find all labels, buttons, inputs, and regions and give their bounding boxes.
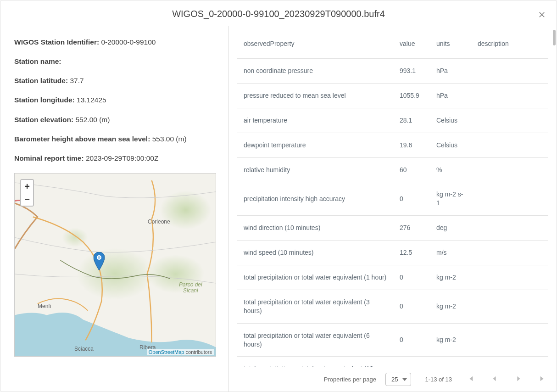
cell-prop: precipitation intensity high accuracy [237, 182, 393, 216]
zoom-control: + − [20, 179, 34, 207]
properties-table: observedProperty value units description… [237, 26, 548, 367]
table-row: precipitation intensity high accuracy0kg… [237, 182, 548, 216]
cell-prop: pressure reduced to mean sea level [237, 83, 393, 108]
chevron-right-icon [515, 375, 522, 382]
table-row: total precipitation or total water equiv… [237, 323, 548, 357]
map-label-parco-line2: Sicani [183, 287, 198, 294]
cell-desc [471, 290, 548, 323]
cell-value: 0 [393, 357, 430, 367]
meta-row: Barometer height above mean sea level: 5… [14, 134, 215, 144]
meta-row: Station latitude: 37.7 [14, 76, 215, 85]
cell-prop: air temperature [237, 108, 393, 133]
dialog-header: WIGOS_0-20000-0-99100_20230929T090000.bu… [0, 0, 557, 26]
table-row: non coordinate pressure993.1hPa [237, 59, 548, 84]
chevron-down-icon [402, 378, 407, 381]
cell-units: deg [430, 216, 471, 241]
attribution-suffix: contributors [184, 349, 212, 355]
meta-value: 2023-09-29T09:00:00Z [84, 154, 159, 162]
meta-row: Station name: [14, 57, 215, 66]
cell-units: Celsius [430, 133, 471, 157]
osm-link[interactable]: OpenStreetMap [149, 349, 184, 355]
left-panel: WIGOS Station Identifier: 0-20000-0-9910… [0, 26, 229, 392]
table-row: total precipitation or total water equiv… [237, 290, 548, 323]
cell-prop: relative humidity [237, 157, 393, 182]
dialog: WIGOS_0-20000-0-99100_20230929T090000.bu… [0, 0, 557, 392]
cell-desc [471, 357, 548, 367]
map-label-parco-line1: Parco dei [179, 281, 202, 288]
cell-prop: total precipitation or total water equiv… [237, 323, 393, 357]
meta-label: Nominal report time: [14, 154, 84, 162]
cell-prop: wind direction (10 minutes) [237, 216, 393, 241]
map[interactable]: Corleone Menfi Sciacca Ribera Parco dei … [14, 173, 216, 357]
col-header-value: value [393, 26, 430, 59]
table-row: total precipitation or total water equiv… [237, 265, 548, 290]
meta-label: WIGOS Station Identifier: [14, 38, 99, 46]
meta-label: Station longitude: [14, 96, 75, 104]
cell-value: 12.5 [393, 241, 430, 265]
cell-prop: total precipitation or total water equiv… [237, 357, 393, 367]
meta-row: Station longitude: 13.12425 [14, 95, 215, 105]
col-header-units: units [430, 26, 471, 59]
meta-row: WIGOS Station Identifier: 0-20000-0-9910… [14, 38, 215, 47]
cell-value: 60 [393, 157, 430, 182]
table-row: pressure reduced to mean sea level1055.9… [237, 83, 548, 108]
map-label-menfi: Menfi [38, 303, 51, 309]
cell-value: 993.1 [393, 59, 430, 84]
cell-units: kg m-2 [430, 290, 471, 323]
table-scroll[interactable]: observedProperty value units description… [229, 26, 557, 367]
page-prev-button[interactable] [490, 374, 500, 385]
meta-row: Nominal report time: 2023-09-29T09:00:00… [14, 154, 215, 163]
page-last-button[interactable] [537, 374, 547, 385]
page-next-button[interactable] [513, 374, 524, 385]
cell-desc [471, 323, 548, 357]
per-page-value: 25 [391, 376, 398, 383]
meta-list: WIGOS Station Identifier: 0-20000-0-9910… [14, 38, 215, 163]
table-row: wind speed (10 minutes)12.5m/s [237, 241, 548, 265]
map-label-sciacca: Sciacca [74, 346, 94, 352]
cell-units: kg m-2 s-1 [430, 182, 471, 216]
cell-value: 0 [393, 290, 430, 323]
map-marker[interactable] [93, 252, 105, 270]
cell-desc [471, 241, 548, 265]
map-attribution: OpenStreetMap contributors [147, 349, 214, 355]
table-row: wind direction (10 minutes)276deg [237, 216, 548, 241]
pager-buttons [466, 374, 547, 385]
col-header-desc: description [471, 26, 548, 59]
map-roads [15, 174, 216, 356]
cell-units: hPa [430, 83, 471, 108]
zoom-out-button[interactable]: − [21, 193, 33, 206]
cell-prop: non coordinate pressure [237, 59, 393, 84]
table-row: air temperature28.1Celsius [237, 108, 548, 133]
cell-prop: total precipitation or total water equiv… [237, 290, 393, 323]
page-first-icon [468, 375, 474, 382]
zoom-in-button[interactable]: + [21, 180, 33, 193]
cell-prop: dewpoint temperature [237, 133, 393, 157]
meta-value: 0-20000-0-99100 [99, 38, 156, 46]
cell-desc [471, 182, 548, 216]
per-page-select[interactable]: 25 [385, 373, 411, 386]
close-button[interactable] [536, 10, 547, 21]
cell-value: 1055.9 [393, 83, 430, 108]
cell-units: kg m-2 [430, 265, 471, 290]
meta-value: 13.12425 [75, 96, 106, 104]
pager: Properties per page 25 1-13 of 13 [229, 367, 557, 392]
cell-desc [471, 157, 548, 182]
cell-value: 276 [393, 216, 430, 241]
cell-desc [471, 83, 548, 108]
scrollbar[interactable] [553, 30, 556, 45]
cell-value: 0 [393, 265, 430, 290]
cell-prop: wind speed (10 minutes) [237, 241, 393, 265]
cell-units: kg m-2 [430, 323, 471, 357]
meta-label: Station latitude: [14, 77, 68, 84]
cell-prop: total precipitation or total water equiv… [237, 265, 393, 290]
chevron-left-icon [491, 375, 498, 382]
per-page-label: Properties per page [324, 376, 376, 383]
meta-value: 552.00 (m) [73, 116, 110, 123]
cell-desc [471, 108, 548, 133]
page-range: 1-13 of 13 [425, 376, 452, 383]
page-last-icon [539, 375, 546, 382]
meta-row: Station elevation: 552.00 (m) [14, 115, 215, 124]
page-first-button[interactable] [466, 374, 476, 385]
meta-value: 553.00 (m) [150, 135, 186, 143]
meta-label: Station name: [14, 57, 61, 65]
